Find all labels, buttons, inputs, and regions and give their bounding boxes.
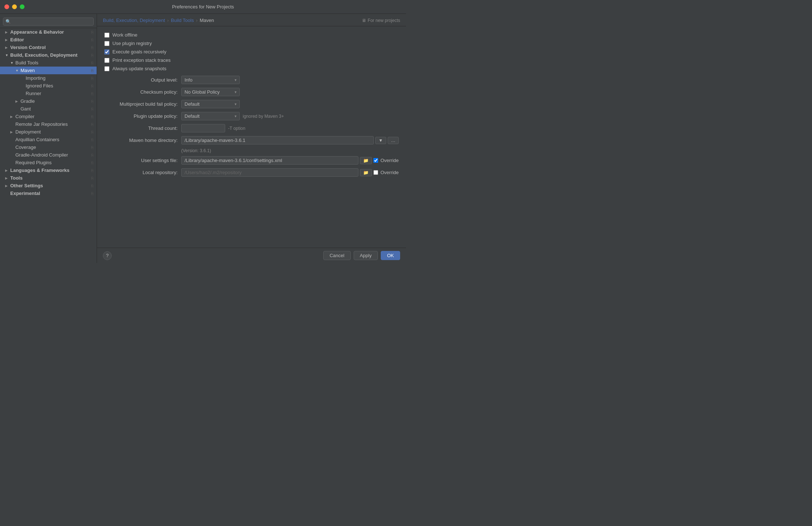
sidebar-item-copy-icon-gradle-android: ⎘ (91, 153, 94, 157)
plugin-update-dropdown[interactable]: Default Always Never (181, 112, 240, 120)
sidebar-item-label-runner: Runner (26, 91, 91, 96)
work-offline-checkbox[interactable] (104, 33, 109, 38)
sidebar-item-maven[interactable]: ▼Maven⎘ (0, 67, 97, 74)
maven-home-folder-button[interactable]: … (388, 137, 399, 144)
sidebar-item-arrow-compiler: ▶ (10, 115, 15, 119)
plugin-update-label: Plugin update policy: (104, 113, 178, 119)
output-level-dropdown[interactable]: Info Debug Warn Error (181, 76, 240, 84)
output-level-row: Output level: Info Debug Warn Error (104, 76, 399, 84)
sidebar-item-label-required-plugins: Required Plugins (15, 160, 91, 165)
sidebar-item-gradle[interactable]: ▶Gradle⎘ (0, 97, 97, 105)
use-plugin-registry-label: Use plugin registry (112, 41, 152, 46)
sidebar-item-arrow-appearance: ▶ (5, 30, 10, 34)
sidebar-item-deployment[interactable]: ▶Deployment⎘ (0, 128, 97, 136)
breadcrumb-sep-1: › (196, 18, 197, 23)
sidebar-item-label-other-settings: Other Settings (10, 183, 91, 188)
sidebar-item-other-settings[interactable]: ▶Other Settings⎘ (0, 182, 97, 189)
sidebar-item-appearance[interactable]: ▶Appearance & Behavior⎘ (0, 28, 97, 36)
thread-count-input[interactable] (181, 124, 225, 132)
sidebar-item-arrow-build-execution: ▼ (5, 53, 10, 57)
output-level-control: Info Debug Warn Error (181, 76, 399, 84)
user-settings-override-checkbox[interactable] (373, 158, 378, 163)
cancel-button[interactable]: Cancel (323, 251, 350, 260)
sidebar-items-container: ▶Appearance & Behavior⎘▶Editor⎘▶Version … (0, 28, 97, 197)
sidebar-item-compiler[interactable]: ▶Compiler⎘ (0, 113, 97, 120)
sidebar-item-version-control[interactable]: ▶Version Control⎘ (0, 44, 97, 51)
sidebar-item-label-tools: Tools (10, 175, 91, 181)
version-text: (Version: 3.6.1) (104, 148, 399, 153)
sidebar-item-editor[interactable]: ▶Editor⎘ (0, 36, 97, 44)
print-exception-checkbox[interactable] (104, 58, 109, 63)
preferences-window: Preferences for New Projects ▶Appearance… (0, 0, 406, 263)
sidebar-item-runner[interactable]: Runner⎘ (0, 90, 97, 97)
sidebar-item-arrow-tools: ▶ (5, 176, 10, 180)
help-button[interactable]: ? (103, 251, 112, 260)
sidebar-item-remote-jar[interactable]: Remote Jar Repositories⎘ (0, 120, 97, 128)
thread-count-hint: -T option (228, 126, 245, 131)
checksum-policy-control: No Global Policy Fail Warn Ignore (181, 88, 399, 96)
use-plugin-registry-checkbox[interactable] (104, 41, 109, 46)
sidebar-item-copy-icon-remote-jar: ⎘ (91, 122, 94, 127)
sidebar-item-ignored-files[interactable]: Ignored Files⎘ (0, 82, 97, 90)
user-settings-input[interactable] (181, 156, 358, 165)
print-exception-label: Print exception stack traces (112, 57, 171, 63)
breadcrumb-sep-0: › (167, 18, 169, 23)
form-section: Output level: Info Debug Warn Error (104, 76, 399, 177)
sidebar-item-tools[interactable]: ▶Tools⎘ (0, 174, 97, 182)
maven-home-browse-button[interactable]: ▼ (375, 137, 386, 144)
plugin-update-row: Plugin update policy: Default Always Nev… (104, 112, 399, 120)
sidebar-item-importing[interactable]: Importing⎘ (0, 74, 97, 82)
local-repo-override-label: Override (380, 170, 399, 175)
local-repo-override: Override (373, 170, 399, 175)
sidebar-item-arrow-editor: ▶ (5, 38, 10, 42)
sidebar-item-coverage[interactable]: Coverage⎘ (0, 143, 97, 151)
local-repo-row: Local repository: 📁 Override (104, 168, 399, 177)
execute-goals-label: Execute goals recursively (112, 49, 166, 55)
sidebar-item-arrow-gradle: ▶ (15, 99, 21, 103)
sidebar-item-label-gant: Gant (21, 106, 91, 112)
user-settings-browse-button[interactable]: 📁 (360, 157, 372, 164)
local-repo-input[interactable] (181, 168, 358, 177)
sidebar-item-languages[interactable]: ▶Languages & Frameworks⎘ (0, 166, 97, 174)
breadcrumb: Build, Execution, Deployment › Build Too… (97, 14, 406, 26)
maximize-button[interactable] (20, 4, 25, 9)
ok-button[interactable]: OK (381, 251, 400, 260)
local-repo-label: Local repository: (104, 170, 178, 175)
title-bar: Preferences for New Projects (0, 0, 406, 14)
breadcrumb-item-1[interactable]: Build Tools (171, 18, 194, 23)
sidebar-item-arrow-build-tools: ▼ (10, 61, 15, 65)
maven-home-row: Maven home directory: ▼ … (104, 136, 399, 144)
maven-home-input[interactable] (181, 136, 374, 144)
local-repo-control: 📁 Override (181, 168, 399, 177)
apply-button[interactable]: Apply (354, 251, 378, 260)
checksum-policy-dropdown[interactable]: No Global Policy Fail Warn Ignore (181, 88, 240, 96)
sidebar-item-copy-icon-tools: ⎘ (91, 176, 94, 180)
close-button[interactable] (4, 4, 9, 9)
sidebar: ▶Appearance & Behavior⎘▶Editor⎘▶Version … (0, 14, 97, 263)
sidebar-item-experimental[interactable]: Experimental⎘ (0, 189, 97, 197)
search-input[interactable] (3, 18, 94, 26)
sidebar-item-gradle-android[interactable]: Gradle-Android Compiler⎘ (0, 151, 97, 159)
sidebar-item-copy-icon-build-tools: ⎘ (91, 61, 94, 65)
execute-goals-checkbox[interactable] (104, 49, 109, 55)
sidebar-item-label-version-control: Version Control (10, 45, 91, 50)
checksum-policy-dropdown-wrapper: No Global Policy Fail Warn Ignore (181, 88, 240, 96)
sidebar-item-copy-icon-coverage: ⎘ (91, 145, 94, 150)
sidebar-item-arquillian[interactable]: Arquillian Containers⎘ (0, 136, 97, 143)
minimize-button[interactable] (12, 4, 17, 9)
multiproject-build-dropdown[interactable]: Default Fail At End Fail Fast Never Fail (181, 100, 240, 108)
plugin-update-control: Default Always Never ignored by Maven 3+ (181, 112, 399, 120)
footer-left: ? (103, 251, 112, 260)
sidebar-item-required-plugins[interactable]: Required Plugins⎘ (0, 159, 97, 166)
sidebar-item-label-importing: Importing (26, 75, 91, 81)
sidebar-item-gant[interactable]: Gant⎘ (0, 105, 97, 113)
sidebar-item-label-appearance: Appearance & Behavior (10, 29, 91, 35)
sidebar-item-build-tools[interactable]: ▼Build Tools⎘ (0, 59, 97, 67)
always-update-checkbox[interactable] (104, 66, 109, 71)
sidebar-item-label-ignored-files: Ignored Files (26, 83, 91, 89)
window-title: Preferences for New Projects (172, 4, 234, 10)
local-repo-browse-button[interactable]: 📁 (360, 169, 372, 176)
local-repo-override-checkbox[interactable] (373, 170, 378, 175)
sidebar-item-build-execution[interactable]: ▼Build, Execution, Deployment⎘ (0, 51, 97, 59)
breadcrumb-item-0[interactable]: Build, Execution, Deployment (103, 18, 165, 23)
